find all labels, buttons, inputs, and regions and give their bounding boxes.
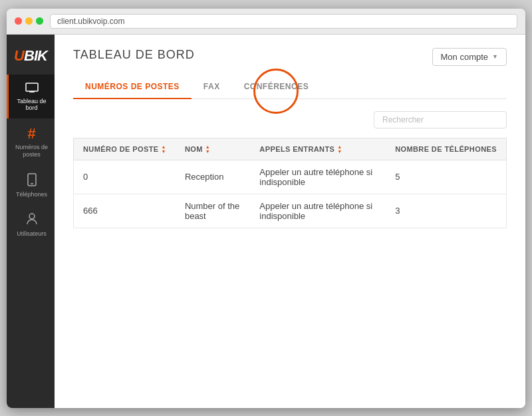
table-body: 0 Reception Appeler un autre téléphone s… <box>74 160 507 228</box>
sidebar-label-telephones: Téléphones <box>16 191 47 198</box>
cell-appels-0: Appeler un autre téléphone si indisponib… <box>250 160 386 194</box>
logo-text: UBIK <box>14 47 47 65</box>
col-label-numero: NUMÉRO DE POSTE <box>83 145 159 153</box>
address-bar[interactable]: client.ubikvoip.com <box>50 14 517 29</box>
browser-chrome: client.ubikvoip.com <box>7 9 525 35</box>
sort-icon-appels[interactable]: ▲▼ <box>337 144 342 154</box>
conferences-highlight-circle <box>253 69 299 114</box>
cell-numero-1: 666 <box>74 194 176 228</box>
cell-nom-0: Reception <box>176 160 250 194</box>
tab-conferences[interactable]: CONFÉRENCES <box>232 77 321 99</box>
sort-icon-nom[interactable]: ▲▼ <box>205 144 210 154</box>
cell-telephones-1: 3 <box>386 194 506 228</box>
sidebar-label-tableau: Tableau debord <box>17 98 46 112</box>
hash-icon: # <box>27 126 35 141</box>
col-header-numero: NUMÉRO DE POSTE ▲▼ <box>74 138 176 160</box>
sidebar-item-numeros[interactable]: # Numéros depostes <box>7 118 55 165</box>
cell-appels-1: Appeler un autre téléphone si indisponib… <box>250 194 386 228</box>
browser-window: client.ubikvoip.com UBIK Tableau debord <box>7 9 525 408</box>
sort-icon-numero[interactable]: ▲▼ <box>162 144 166 154</box>
main-content: TABLEAU DE BORD Mon compte NUMÉROS DE PO… <box>55 35 525 408</box>
col-header-nom: NOM ▲▼ <box>176 138 250 160</box>
svg-point-5 <box>29 214 35 219</box>
col-header-telephones: NOMBRE DE TÉLÉPHONES <box>386 138 506 160</box>
tab-fax[interactable]: FAX <box>192 77 232 99</box>
sidebar-item-telephones[interactable]: Téléphones <box>7 165 55 205</box>
cell-numero-0: 0 <box>74 160 176 194</box>
app-layout: UBIK Tableau debord # Numéros depostes <box>7 35 525 408</box>
col-label-nom: NOM <box>185 145 203 153</box>
sidebar-item-utilisateurs[interactable]: Utilisateurs <box>7 204 55 244</box>
col-label-telephones: NOMBRE DE TÉLÉPHONES <box>395 145 497 153</box>
data-table: NUMÉRO DE POSTE ▲▼ NOM ▲▼ <box>73 138 507 228</box>
search-input[interactable] <box>374 111 507 128</box>
sidebar-label-numeros: Numéros depostes <box>15 144 48 158</box>
search-row <box>73 111 507 128</box>
phone-icon-2 <box>26 173 38 188</box>
sidebar-label-utilisateurs: Utilisateurs <box>17 230 47 238</box>
page-title: TABLEAU DE BORD <box>73 48 195 62</box>
traffic-lights <box>15 17 43 25</box>
cell-nom-1: Number of the beast <box>176 194 250 228</box>
table-row: 0 Reception Appeler un autre téléphone s… <box>74 160 507 194</box>
user-icon <box>26 212 38 228</box>
logo: UBIK <box>11 41 51 71</box>
cell-telephones-0: 5 <box>386 160 506 194</box>
table-row: 666 Number of the beast Appeler un autre… <box>74 194 507 228</box>
sidebar-item-tableau-de-bord[interactable]: Tableau debord <box>7 75 55 119</box>
close-button[interactable] <box>15 17 22 25</box>
maximize-button[interactable] <box>36 17 43 25</box>
tab-numeros[interactable]: NUMÉROS DE POSTES <box>73 77 192 99</box>
page-header: TABLEAU DE BORD Mon compte <box>73 48 507 66</box>
tabs-bar: NUMÉROS DE POSTES FAX CONFÉRENCES <box>73 77 507 99</box>
col-label-appels: APPELS ENTRANTS <box>259 145 334 153</box>
table-header: NUMÉRO DE POSTE ▲▼ NOM ▲▼ <box>74 138 507 160</box>
mon-compte-button[interactable]: Mon compte <box>432 48 507 66</box>
phone-icon <box>25 83 39 95</box>
col-header-appels: APPELS ENTRANTS ▲▼ <box>250 138 386 160</box>
sidebar: UBIK Tableau debord # Numéros depostes <box>7 35 55 408</box>
svg-rect-0 <box>26 83 38 91</box>
minimize-button[interactable] <box>25 17 33 25</box>
